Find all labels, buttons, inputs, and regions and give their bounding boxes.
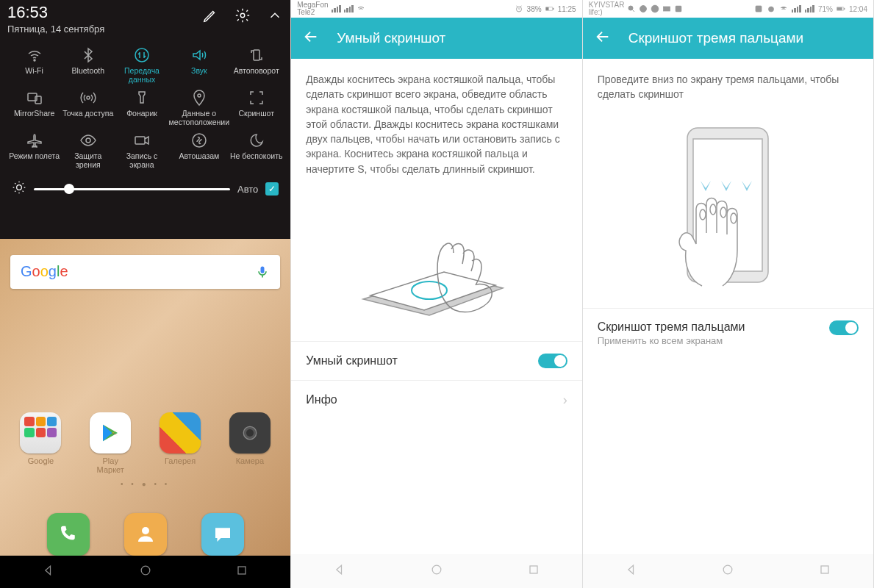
battery-icon [837,4,845,13]
qs-tile-eyecomfort[interactable]: Защита зрения [61,132,115,170]
auto-brightness-label: Авто [237,184,258,195]
auto-brightness-checkbox[interactable]: ✓ [265,182,279,196]
navigation-bar [291,554,581,588]
qs-tile-location[interactable]: Данные о местоположении [169,89,230,127]
phone-quick-settings: 16:53 Пятница, 14 сентября Wi-Fi Bluetoo… [0,0,291,588]
qs-tile-screenshot[interactable]: Скриншот [229,89,283,127]
mic-icon[interactable] [255,265,270,279]
qs-tile-hotspot[interactable]: Точка доступа [61,89,115,127]
qs-tile-mirrorshare[interactable]: MirrorShare [7,89,61,127]
qs-tile-autoshazam[interactable]: Автошазам [169,132,230,170]
settings-content: Дважды коснитесь экрана костяшкой пальца… [291,59,581,554]
svg-point-14 [246,429,254,437]
nav-home-icon[interactable] [429,562,444,580]
svg-point-27 [651,5,659,12]
battery-icon [545,4,554,13]
svg-point-7 [198,94,201,97]
facebook-icon [674,4,683,13]
qs-tile-wifi[interactable]: Wi-Fi [7,46,61,85]
search-status-icon [627,4,636,13]
battery-pct: 38% [527,5,542,13]
app-play[interactable]: Play Маркет [88,412,132,474]
status-bar: MegaFon Tele2 38% 11:25 [291,0,581,18]
app-google-folder[interactable]: Google [18,412,62,474]
edit-icon[interactable] [202,7,218,26]
description-text: Дважды коснитесь экрана костяшкой пальца… [306,72,567,176]
alarm-icon [767,4,776,13]
gear-icon[interactable] [234,7,251,26]
svg-rect-21 [553,8,554,10]
status-bar: KYIVSTAR life:) 71% 12:04 [583,0,873,18]
phone-three-finger: KYIVSTAR life:) 71% 12:04 Скриншот тремя… [583,0,874,588]
alarm-icon [515,4,523,13]
setting-three-finger[interactable]: Скриншот тремя пальцами Применить ко все… [583,308,873,358]
nav-home-icon[interactable] [720,562,735,580]
clock-text: 11:25 [558,5,576,13]
wifi-icon [779,4,788,13]
back-arrow-icon[interactable] [595,29,611,48]
navigation-bar [0,556,290,589]
dock-phone[interactable] [47,513,90,556]
svg-point-0 [241,13,246,18]
slider-thumb[interactable] [64,184,74,194]
svg-rect-3 [254,50,259,60]
svg-rect-9 [135,137,145,144]
svg-point-23 [432,565,441,574]
carrier-label: Tele2 [297,9,328,16]
qs-tile-data[interactable]: Передача данных [115,46,168,85]
setting-label: Умный скриншот [306,354,398,368]
page-title: Умный скриншот [337,30,445,46]
settings-content: Проведите вниз по экрану тремя пальцами,… [583,59,873,554]
nav-recent-icon[interactable] [817,562,832,580]
app-gallery[interactable]: Галерея [158,412,202,474]
back-arrow-icon[interactable] [303,29,319,48]
chevron-up-icon[interactable] [267,7,283,26]
svg-point-16 [141,566,150,575]
brightness-row: Авто ✓ [7,180,283,198]
nav-back-icon[interactable] [624,562,639,580]
dock-messages[interactable] [201,513,244,556]
toggle-switch[interactable] [538,354,567,368]
svg-point-41 [723,565,732,574]
mail-icon [662,4,671,13]
globe-icon [639,4,648,13]
page-indicator: • • ● • • [0,480,290,488]
brightness-slider[interactable] [34,188,230,190]
nav-back-icon[interactable] [41,563,56,581]
nav-recent-icon[interactable] [234,563,249,581]
qs-tile-sound[interactable]: Звук [169,46,230,85]
setting-info[interactable]: Инфо › [291,380,581,420]
carrier-label: life:) [589,9,625,16]
qs-header-actions [202,7,283,26]
svg-point-11 [17,185,22,190]
qs-tile-flashlight[interactable]: Фонарик [115,89,168,127]
toggle-switch[interactable] [829,320,859,335]
navigation-bar [583,554,873,588]
nav-home-icon[interactable] [138,563,153,581]
svg-point-6 [87,96,90,99]
qs-tile-grid: Wi-Fi Bluetooth Передача данных Звук Авт… [7,46,283,170]
dock-contacts[interactable] [124,513,167,556]
setting-smart-screenshot[interactable]: Умный скриншот [291,341,581,380]
clock-text: 12:04 [849,5,867,13]
svg-point-40 [731,213,737,223]
qs-tile-autorotate[interactable]: Автоповорот [229,46,283,85]
svg-rect-20 [546,7,548,10]
svg-rect-42 [821,566,828,573]
app-bar: Умный скриншот [291,18,581,59]
qs-tile-screenrecord[interactable]: Запись с экрана [115,132,168,170]
qs-tile-bluetooth[interactable]: Bluetooth [61,46,115,85]
brightness-icon [12,180,26,198]
nav-recent-icon[interactable] [526,562,541,580]
nfc-icon [754,4,763,13]
nav-back-icon[interactable] [332,562,347,580]
dock [0,513,290,556]
signal-icon [344,5,354,12]
qs-tile-dnd[interactable]: Не беспокоить [229,132,283,170]
svg-rect-34 [844,8,845,10]
google-search-bar[interactable]: Google [10,255,280,289]
quick-settings-panel: 16:53 Пятница, 14 сентября Wi-Fi Bluetoo… [0,0,290,239]
app-camera[interactable]: Камера [228,412,272,474]
qs-tile-airplane[interactable]: Режим полета [7,132,61,170]
svg-rect-33 [837,7,842,10]
